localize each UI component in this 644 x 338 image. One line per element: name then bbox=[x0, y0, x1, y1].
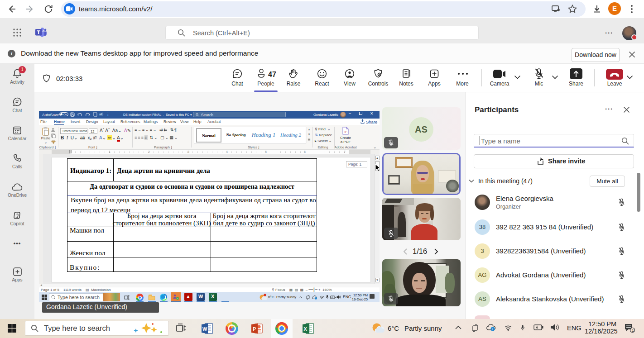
svg-text:i: i bbox=[492, 328, 492, 331]
svg-text:X: X bbox=[304, 326, 308, 332]
svg-text:1: 1 bbox=[632, 328, 634, 333]
svg-text:W: W bbox=[202, 326, 207, 332]
svg-text:P: P bbox=[253, 326, 256, 332]
